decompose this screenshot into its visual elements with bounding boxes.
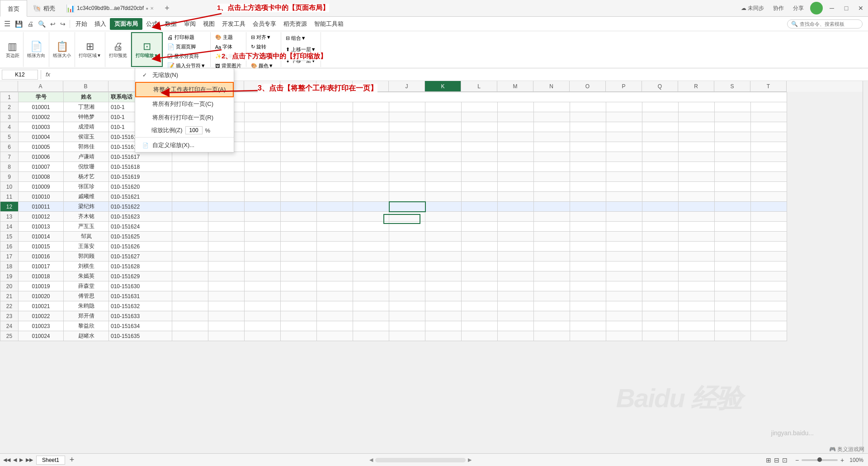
orientation-btn[interactable]: 📄 纸张方向 xyxy=(25,40,47,60)
theme-btn[interactable]: 🎨 主题 xyxy=(212,33,244,42)
menu-icon-save[interactable]: 💾 xyxy=(13,19,25,29)
print-preview-btn[interactable]: 🖨 打印预览 xyxy=(107,40,129,60)
col-header-t[interactable]: T xyxy=(750,81,787,92)
dropdown-item-fit-rows[interactable]: 将所有行打印在一页(R) xyxy=(135,111,234,124)
collab-btn[interactable]: 协作 xyxy=(769,5,788,12)
dropdown-item-no-scale[interactable]: ✓ 无缩放(N) xyxy=(135,68,234,82)
zoom-value-input[interactable] xyxy=(185,126,203,134)
col-header-k[interactable]: K xyxy=(425,81,461,92)
dropdown-item-custom-zoom[interactable]: 📄 自定义缩放(X)... xyxy=(135,138,234,152)
table-row: 17010016郭闰顾010-151627 xyxy=(0,252,787,262)
table-row: 12010011梁纪炜010-151622 xyxy=(0,202,787,212)
color-icon: 🎨 xyxy=(251,63,257,69)
col-header-g[interactable]: G xyxy=(280,81,316,92)
menu-icon-new[interactable]: ☰ xyxy=(2,18,13,30)
h-scroll-left[interactable]: ◀ xyxy=(368,457,374,463)
nav-first-btn[interactable]: ◀◀ xyxy=(2,457,12,463)
user-avatar[interactable] xyxy=(810,2,823,14)
table-row: 7010006卢谦靖010-151617 xyxy=(0,152,787,162)
menu-icon-undo[interactable]: ↩ xyxy=(48,19,58,29)
col-header-f[interactable]: F xyxy=(244,81,280,92)
col-header-s[interactable]: S xyxy=(714,81,750,92)
col-header-r[interactable]: R xyxy=(678,81,714,92)
menu-start[interactable]: 开始 xyxy=(72,18,91,30)
status-view-grid[interactable]: ⊡ xyxy=(781,456,789,464)
col-header-h[interactable]: H xyxy=(316,81,353,92)
print-title-btn[interactable]: 🖨 打印标题 xyxy=(165,33,208,42)
menu-view[interactable]: 视图 xyxy=(199,18,218,30)
align-btn[interactable]: ⊟ 对齐▼ xyxy=(248,33,279,42)
menu-developer[interactable]: 开发工具 xyxy=(218,18,249,30)
menu-member[interactable]: 会员专享 xyxy=(249,18,280,30)
header-footer-btn[interactable]: 📄 页眉页脚 xyxy=(165,43,208,51)
h-scroll-right[interactable]: ▶ xyxy=(467,457,473,463)
nav-prev-btn[interactable]: ◀ xyxy=(12,457,18,463)
menu-formula[interactable]: 公式 xyxy=(142,18,161,30)
col-header-q[interactable]: Q xyxy=(642,81,678,92)
print-scale-btn[interactable]: ⊡ 打印缩放▼ xyxy=(134,40,160,60)
page-break-btn[interactable]: ☑ 显示分页符 xyxy=(165,52,208,61)
h-scroll-bar[interactable] xyxy=(375,458,466,462)
col-header-p[interactable]: P xyxy=(606,81,642,92)
col-header-n[interactable]: N xyxy=(533,81,570,92)
rotate-btn[interactable]: ↻ 旋转 xyxy=(248,43,279,51)
col-header-m[interactable]: M xyxy=(497,81,533,92)
search-input[interactable] xyxy=(800,21,859,27)
zoom-slider[interactable] xyxy=(802,459,838,461)
share-btn[interactable]: 分享 xyxy=(788,5,808,12)
vertical-scrollbar[interactable] xyxy=(863,81,868,453)
sheet-tab[interactable]: Sheet1 xyxy=(36,456,65,465)
zoom-in-btn[interactable]: + xyxy=(838,456,847,464)
status-view-normal[interactable]: ⊞ xyxy=(764,456,773,464)
font-btn[interactable]: Aa 字体 xyxy=(212,43,244,51)
close-btn[interactable]: ✕ xyxy=(854,2,868,14)
sync-btn[interactable]: ☁ 未同步 xyxy=(736,5,769,12)
add-sheet-btn[interactable]: + xyxy=(67,455,77,465)
status-view-page[interactable]: ⊟ xyxy=(773,456,781,464)
table-row: 25010024赵睹水010-151635 xyxy=(0,331,787,341)
zoom-out-btn[interactable]: − xyxy=(793,456,802,464)
file-tab[interactable]: 📊 1c34c09bd9b...ae7fdd20cbf ● ✕ xyxy=(61,0,159,17)
menu-insert[interactable]: 插入 xyxy=(91,18,110,30)
paper-size-btn[interactable]: 📋 纸张大小 xyxy=(51,40,73,60)
up-layer-btn[interactable]: ⬆ 上移一层▼ xyxy=(283,45,319,54)
home-tab[interactable]: 首页 xyxy=(0,0,27,17)
table-row: 3010002钟艳梦010-1 xyxy=(0,112,787,122)
menu-icon-print[interactable]: 🖨 xyxy=(25,19,36,29)
col-header-l[interactable]: L xyxy=(461,81,497,92)
col-header-j[interactable]: J xyxy=(389,81,425,92)
table-row: 8010007倪纹珊010-151618 xyxy=(0,162,787,172)
col-header-o[interactable]: O xyxy=(570,81,606,92)
cell-reference-box[interactable] xyxy=(2,70,38,80)
menu-smart[interactable]: 智能工具箱 xyxy=(311,18,347,30)
down-layer-btn[interactable]: ⬇ 下移一层▼ xyxy=(283,57,319,65)
effect-btn[interactable]: ✨ 效果 xyxy=(212,52,244,61)
table-row: 13010012齐木铭010-151623 xyxy=(0,212,787,222)
color-btn[interactable]: 🎨 颜色▼ xyxy=(248,62,279,70)
restore-btn[interactable]: □ xyxy=(839,2,854,14)
menu-review[interactable]: 审阅 xyxy=(180,18,199,30)
zoom-level-display: 100% xyxy=(847,457,866,463)
menu-icon-preview[interactable]: 🔍 xyxy=(36,19,48,29)
group-btn[interactable]: ⊟ 组合▼ xyxy=(283,34,319,43)
margin-icon: ▥ xyxy=(8,41,17,52)
wps-tab[interactable]: 🐚 稻壳 xyxy=(27,0,61,17)
dropdown-item-fit-cols[interactable]: 将所有列打印在一页(C) xyxy=(135,97,234,111)
nav-last-btn[interactable]: ▶▶ xyxy=(24,457,34,463)
menu-daoke[interactable]: 稻壳资源 xyxy=(280,18,311,30)
col-header-i[interactable]: I xyxy=(353,81,389,92)
menu-page-layout[interactable]: 页面布局 xyxy=(110,18,142,30)
menu-data[interactable]: 数据 xyxy=(161,18,180,30)
print-area-btn[interactable]: ⊞ 打印区域▼ xyxy=(77,40,103,60)
select-window-btn[interactable]: ⊞ 选择窗格 xyxy=(248,52,279,61)
down-layer-icon: ⬇ xyxy=(286,58,290,64)
minimize-btn[interactable]: ─ xyxy=(825,2,839,14)
col-header-b[interactable]: B xyxy=(63,81,108,92)
nav-next-btn[interactable]: ▶ xyxy=(18,457,24,463)
new-tab-btn[interactable]: + xyxy=(159,0,175,17)
menu-icon-redo[interactable]: ↪ xyxy=(58,19,68,29)
page-margin-btn[interactable]: ▥ 页边距 xyxy=(4,40,21,60)
search-box[interactable]: 🔍 xyxy=(787,19,863,29)
col-header-a[interactable]: A xyxy=(18,81,63,92)
dropdown-item-fit-sheet[interactable]: 将整个工作表打印在一页(A) xyxy=(135,82,234,97)
